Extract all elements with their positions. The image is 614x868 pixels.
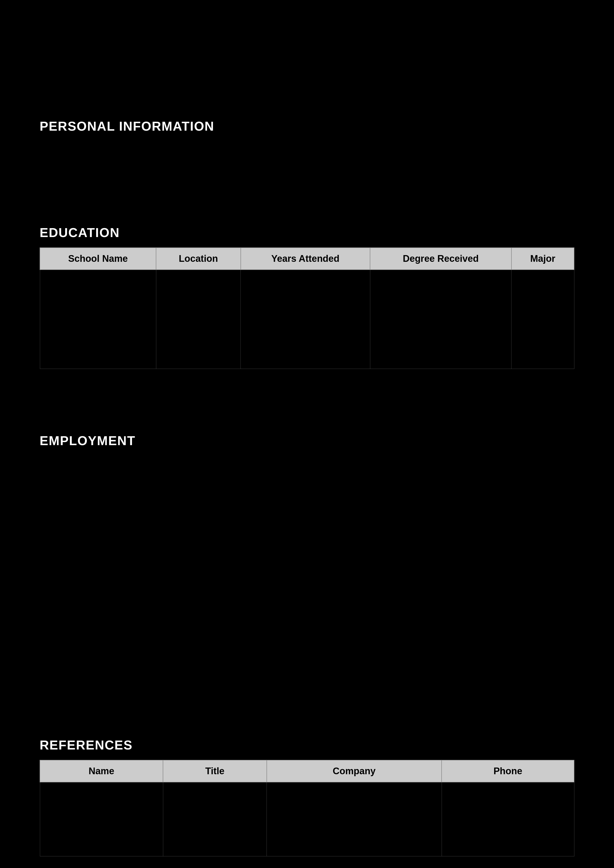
employment-content [40,456,574,654]
education-col-location: Location [156,248,241,270]
education-row1-major [511,270,574,369]
education-row1-location [156,270,241,369]
references-col-phone: Phone [441,760,574,782]
references-table: Name Title Company Phone [40,760,574,857]
references-section: REFERENCES Name Title Company Phone [40,738,574,868]
references-row1-phone [441,782,574,856]
education-section: EDUCATION School Name Location Years Att… [40,225,574,423]
education-col-years-attended: Years Attended [241,248,370,270]
references-table-header-row: Name Title Company Phone [40,760,574,782]
page-container: PERSONAL INFORMATION EDUCATION School Na… [0,0,614,868]
employment-section: EMPLOYMENT [40,433,574,728]
references-title: REFERENCES [40,738,574,752]
references-row1-name [40,782,163,856]
references-table-row-1 [40,782,574,856]
top-spacer [40,40,574,114]
employment-extra-space [40,654,574,728]
education-table: School Name Location Years Attended Degr… [40,248,574,369]
education-col-major: Major [511,248,574,270]
education-col-school-name: School Name [40,248,156,270]
references-col-company: Company [267,760,441,782]
references-col-title: Title [163,760,267,782]
education-table-row-1 [40,270,574,369]
education-table-header-row: School Name Location Years Attended Degr… [40,248,574,270]
employment-title: EMPLOYMENT [40,433,574,448]
education-title: EDUCATION [40,225,574,240]
personal-information-section: PERSONAL INFORMATION [40,119,574,215]
references-row1-title [163,782,267,856]
education-col-degree-received: Degree Received [370,248,511,270]
education-row1-school [40,270,156,369]
education-extra-space [40,374,574,423]
personal-information-title: PERSONAL INFORMATION [40,119,574,133]
education-row1-years [241,270,370,369]
personal-information-content [40,141,574,215]
references-col-name: Name [40,760,163,782]
references-extra-space [40,861,574,868]
education-row1-degree [370,270,511,369]
references-row1-company [267,782,441,856]
